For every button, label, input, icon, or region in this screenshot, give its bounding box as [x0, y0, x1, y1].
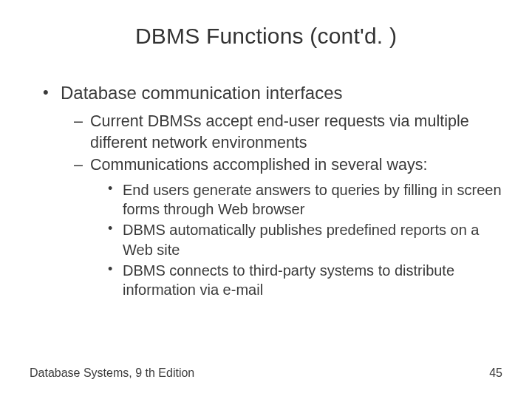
bullet-text: Database communication interfaces	[61, 83, 343, 103]
list-item: Current DBMSs accept end-user requests v…	[74, 111, 502, 153]
list-item: DBMS connects to third-party systems to …	[108, 261, 502, 300]
list-item: Communications accomplished in several w…	[74, 154, 502, 300]
list-item: End users generate answers to queries by…	[108, 180, 502, 219]
footer-page-number: 45	[489, 366, 502, 380]
bullet-text: End users generate answers to queries by…	[123, 182, 502, 217]
list-item: DBMS automatically publishes predefined …	[108, 220, 502, 259]
list-item: Database communication interfaces Curren…	[43, 81, 502, 300]
slide-title: DBMS Functions (cont'd. )	[30, 24, 502, 49]
bullet-list-level3: End users generate answers to queries by…	[90, 180, 502, 300]
bullet-text: DBMS connects to third-party systems to …	[123, 262, 454, 298]
bullet-list-level2: Current DBMSs accept end-user requests v…	[61, 111, 502, 299]
bullet-text: DBMS automatically publishes predefined …	[123, 222, 479, 257]
bullet-text: Current DBMSs accept end-user requests v…	[90, 112, 469, 151]
bullet-text: Communications accomplished in several w…	[90, 156, 427, 174]
bullet-list-level1: Database communication interfaces Curren…	[30, 81, 502, 300]
slide-footer: Database Systems, 9 th Edition 45	[30, 366, 502, 380]
footer-left: Database Systems, 9 th Edition	[30, 366, 194, 380]
